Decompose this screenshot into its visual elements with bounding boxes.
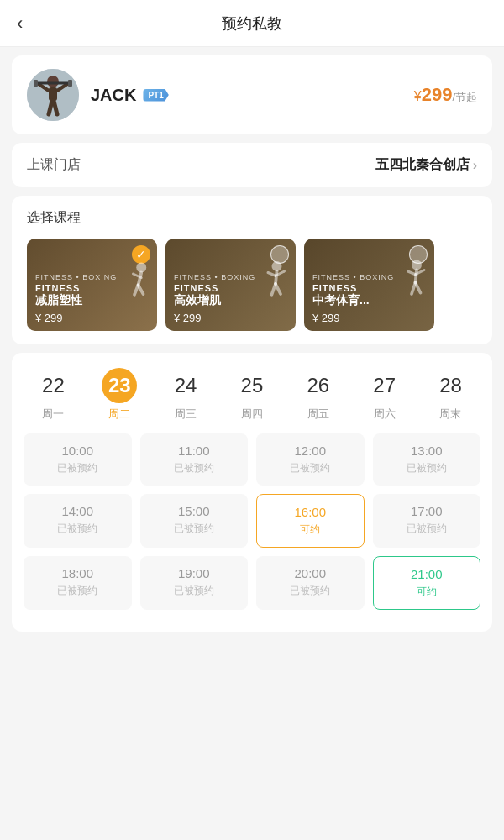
slot-time: 21:00	[411, 567, 443, 581]
day-label: 周末	[439, 407, 461, 422]
slot-status: 已被预约	[407, 461, 447, 475]
slot-time: 16:00	[294, 505, 326, 519]
course-tag: FITNESS • BOXING	[312, 273, 426, 281]
store-name: 五四北秦合创店	[375, 156, 470, 174]
course-type: FITNESS	[174, 283, 287, 293]
slot-status: 已被预约	[174, 461, 214, 475]
store-value: 五四北秦合创店 ›	[375, 156, 477, 174]
page-title: 预约私教	[222, 13, 282, 34]
slot-status: 可约	[417, 585, 437, 599]
store-label: 上课门店	[27, 156, 81, 174]
calendar-day[interactable]: 26 周五	[289, 368, 348, 422]
svg-point-1	[47, 76, 59, 87]
trainer-badge: PT1	[143, 89, 168, 102]
course-type: FITNESS	[35, 283, 149, 293]
store-row[interactable]: 上课门店 五四北秦合创店 ›	[27, 156, 477, 174]
slot-time: 17:00	[411, 504, 443, 518]
time-slot: 12:00 已被预约	[256, 433, 365, 486]
day-label: 周三	[175, 407, 197, 422]
calendar-day[interactable]: 22 周一	[24, 368, 82, 422]
day-label: 周四	[241, 407, 263, 422]
time-slot: 14:00 已被预约	[24, 494, 132, 548]
course-name: 中考体育...	[312, 293, 426, 308]
calendar-section: 22 周一 23 周二 24 周三 25 周四 26 周五 27 周六 28 周…	[12, 353, 492, 632]
time-slot: 18:00 已被预约	[24, 556, 132, 610]
day-number: 24	[168, 368, 203, 403]
trainer-price: ¥299/节起	[414, 84, 477, 106]
course-tag: FITNESS • BOXING	[174, 273, 287, 281]
time-slot-row: 14:00 已被预约 15:00 已被预约 16:00 可约 17:00 已被预…	[24, 494, 480, 548]
time-slot-row: 18:00 已被预约 19:00 已被预约 20:00 已被预约 21:00 可…	[24, 556, 480, 610]
day-number: 26	[301, 368, 336, 403]
slot-time: 14:00	[61, 504, 93, 518]
slot-time: 15:00	[178, 504, 210, 518]
slot-time: 12:00	[294, 444, 326, 458]
time-slot-row: 10:00 已被预约 11:00 已被预约 12:00 已被预约 13:00 已…	[24, 433, 480, 486]
calendar-day[interactable]: 28 周末	[421, 368, 480, 422]
slot-time: 13:00	[411, 444, 443, 458]
slot-time: 20:00	[294, 566, 326, 580]
back-button[interactable]: ‹	[17, 13, 23, 34]
day-label: 周一	[42, 407, 64, 422]
slot-status: 已被预约	[290, 584, 330, 598]
time-slot: 13:00 已被预约	[373, 433, 481, 486]
course-price: ¥ 299	[312, 312, 426, 324]
trainer-info: JACK PT1	[91, 86, 169, 105]
course-content: FITNESS • BOXING FITNESS 高效增肌 ¥ 299	[165, 266, 296, 331]
slot-time: 19:00	[178, 566, 210, 580]
time-slot: 19:00 已被预约	[140, 556, 249, 610]
time-slot[interactable]: 16:00 可约	[256, 494, 365, 548]
slot-time: 10:00	[61, 444, 93, 458]
course-price: ¥ 299	[174, 312, 287, 324]
slot-status: 可约	[300, 522, 320, 537]
course-name: 减脂塑性	[35, 293, 149, 308]
slot-status: 已被预约	[174, 584, 214, 598]
day-number: 28	[433, 368, 468, 403]
course-card[interactable]: ✓ FITNESS • BOXING FITNESS 减脂塑性 ¥ 299	[27, 239, 157, 331]
slot-status: 已被预约	[290, 461, 330, 475]
day-label: 周二	[108, 407, 130, 422]
time-slot: 11:00 已被预约	[140, 433, 249, 486]
trainer-left: JACK PT1	[27, 69, 169, 121]
day-number: 22	[35, 368, 71, 403]
day-label: 周六	[374, 407, 396, 422]
course-type: FITNESS	[312, 283, 426, 293]
course-card[interactable]: FITNESS • BOXING FITNESS 高效增肌 ¥ 299	[165, 239, 296, 331]
course-content: FITNESS • BOXING FITNESS 减脂塑性 ¥ 299	[27, 266, 157, 331]
time-slot: 17:00 已被预约	[373, 494, 481, 548]
day-label: 周五	[307, 407, 329, 422]
chevron-right-icon: ›	[473, 158, 477, 173]
day-number: 23	[102, 368, 137, 403]
course-price: ¥ 299	[35, 312, 149, 324]
time-slots: 10:00 已被预约 11:00 已被预约 12:00 已被预约 13:00 已…	[12, 433, 492, 632]
course-section: 选择课程 ✓ FITNESS • BOXING FITNESS 减脂塑性 ¥ 2…	[12, 196, 492, 344]
day-number: 25	[234, 368, 270, 403]
calendar-day[interactable]: 25 周四	[223, 368, 281, 422]
slot-status: 已被预约	[57, 461, 97, 475]
calendar-day[interactable]: 24 周三	[156, 368, 215, 422]
slot-time: 11:00	[178, 444, 210, 458]
store-section: 上课门店 五四北秦合创店 ›	[12, 143, 492, 187]
course-card[interactable]: FITNESS • BOXING FITNESS 中考体育... ¥ 299	[304, 239, 434, 331]
avatar	[27, 69, 79, 121]
trainer-name: JACK	[91, 86, 136, 105]
calendar-days: 22 周一 23 周二 24 周三 25 周四 26 周五 27 周六 28 周…	[12, 368, 492, 433]
slot-time: 18:00	[61, 566, 93, 580]
time-slot: 10:00 已被预约	[24, 433, 132, 486]
svg-rect-6	[34, 80, 38, 87]
slot-status: 已被预约	[57, 522, 97, 536]
slot-status: 已被预约	[407, 522, 447, 536]
slot-status: 已被预约	[57, 584, 97, 598]
course-content: FITNESS • BOXING FITNESS 中考体育... ¥ 299	[304, 266, 434, 331]
day-number: 27	[367, 368, 402, 403]
svg-rect-7	[68, 80, 72, 87]
time-slot: 20:00 已被预约	[256, 556, 365, 610]
course-list: ✓ FITNESS • BOXING FITNESS 减脂塑性 ¥ 299 FI…	[27, 239, 477, 331]
time-slot: 15:00 已被预约	[140, 494, 249, 548]
calendar-day[interactable]: 23 周二	[90, 368, 149, 422]
slot-status: 已被预约	[174, 522, 214, 536]
calendar-day[interactable]: 27 周六	[355, 368, 414, 422]
svg-rect-2	[49, 87, 57, 101]
time-slot[interactable]: 21:00 可约	[373, 556, 481, 610]
course-section-title: 选择课程	[27, 209, 477, 227]
